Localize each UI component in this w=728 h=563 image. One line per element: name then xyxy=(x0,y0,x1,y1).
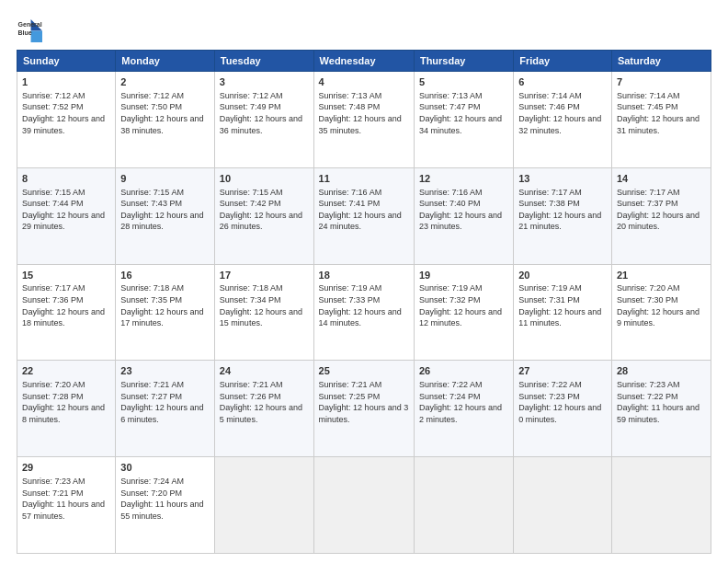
day-cell-content: Sunrise: 7:21 AM Sunset: 7:25 PM Dayligh… xyxy=(319,379,409,425)
logo: General Blue xyxy=(17,17,42,42)
table-row: 14Sunrise: 7:17 AM Sunset: 7:37 PM Dayli… xyxy=(611,167,711,264)
day-number: 7 xyxy=(617,75,706,89)
calendar-week-row: 15Sunrise: 7:17 AM Sunset: 7:36 PM Dayli… xyxy=(17,264,711,361)
day-number: 22 xyxy=(22,364,110,378)
day-number: 23 xyxy=(120,364,210,378)
day-number: 20 xyxy=(518,269,607,282)
calendar-week-row: 8Sunrise: 7:15 AM Sunset: 7:44 PM Daylig… xyxy=(17,167,711,264)
calendar-week-row: 22Sunrise: 7:20 AM Sunset: 7:28 PM Dayli… xyxy=(17,361,711,457)
calendar-week-row: 29Sunrise: 7:23 AM Sunset: 7:21 PM Dayli… xyxy=(17,457,711,554)
table-row: 2Sunrise: 7:12 AM Sunset: 7:50 PM Daylig… xyxy=(116,72,215,168)
day-cell-content: Sunrise: 7:20 AM Sunset: 7:28 PM Dayligh… xyxy=(22,379,110,425)
svg-marker-2 xyxy=(31,31,42,42)
table-row: 22Sunrise: 7:20 AM Sunset: 7:28 PM Dayli… xyxy=(17,361,116,457)
table-row: 30Sunrise: 7:24 AM Sunset: 7:20 PM Dayli… xyxy=(116,457,215,554)
table-row: 24Sunrise: 7:21 AM Sunset: 7:26 PM Dayli… xyxy=(214,361,313,457)
calendar-week-row: 1Sunrise: 7:12 AM Sunset: 7:52 PM Daylig… xyxy=(17,72,711,168)
svg-text:Blue: Blue xyxy=(18,29,32,36)
day-number: 28 xyxy=(617,364,706,378)
table-row: 28Sunrise: 7:23 AM Sunset: 7:22 PM Dayli… xyxy=(611,361,711,457)
day-number: 12 xyxy=(419,172,508,186)
day-cell-content: Sunrise: 7:13 AM Sunset: 7:48 PM Dayligh… xyxy=(319,90,409,136)
day-cell-content: Sunrise: 7:24 AM Sunset: 7:20 PM Dayligh… xyxy=(120,476,210,522)
day-number: 16 xyxy=(120,269,210,282)
table-row: 9Sunrise: 7:15 AM Sunset: 7:43 PM Daylig… xyxy=(116,167,215,264)
logo-icon: General Blue xyxy=(17,17,42,42)
day-number: 24 xyxy=(220,364,309,378)
table-row: 8Sunrise: 7:15 AM Sunset: 7:44 PM Daylig… xyxy=(17,167,116,264)
day-cell-content: Sunrise: 7:21 AM Sunset: 7:26 PM Dayligh… xyxy=(220,379,309,425)
day-cell-content: Sunrise: 7:18 AM Sunset: 7:34 PM Dayligh… xyxy=(220,282,309,328)
day-number: 1 xyxy=(22,75,110,89)
table-row: 13Sunrise: 7:17 AM Sunset: 7:38 PM Dayli… xyxy=(514,167,612,264)
table-row: 15Sunrise: 7:17 AM Sunset: 7:36 PM Dayli… xyxy=(17,264,116,361)
table-row: 4Sunrise: 7:13 AM Sunset: 7:48 PM Daylig… xyxy=(313,72,414,168)
table-row: 10Sunrise: 7:15 AM Sunset: 7:42 PM Dayli… xyxy=(214,167,313,264)
day-cell-content: Sunrise: 7:23 AM Sunset: 7:22 PM Dayligh… xyxy=(617,379,706,425)
day-cell-content: Sunrise: 7:12 AM Sunset: 7:49 PM Dayligh… xyxy=(220,90,309,136)
table-row: 11Sunrise: 7:16 AM Sunset: 7:41 PM Dayli… xyxy=(313,167,414,264)
day-number: 29 xyxy=(22,461,110,475)
day-number: 15 xyxy=(22,269,110,282)
table-row: 27Sunrise: 7:22 AM Sunset: 7:23 PM Dayli… xyxy=(514,361,612,457)
day-cell-content: Sunrise: 7:18 AM Sunset: 7:35 PM Dayligh… xyxy=(120,282,210,328)
day-number: 25 xyxy=(319,364,409,378)
calendar-body: 1Sunrise: 7:12 AM Sunset: 7:52 PM Daylig… xyxy=(17,72,711,554)
day-number: 19 xyxy=(419,269,508,282)
calendar-day-header: Thursday xyxy=(414,51,513,72)
table-row: 29Sunrise: 7:23 AM Sunset: 7:21 PM Dayli… xyxy=(17,457,116,554)
day-cell-content: Sunrise: 7:22 AM Sunset: 7:24 PM Dayligh… xyxy=(419,379,508,425)
day-cell-content: Sunrise: 7:15 AM Sunset: 7:43 PM Dayligh… xyxy=(120,187,210,233)
table-row xyxy=(611,457,711,554)
svg-text:General: General xyxy=(18,21,42,28)
calendar-day-header: Monday xyxy=(116,51,215,72)
day-cell-content: Sunrise: 7:16 AM Sunset: 7:41 PM Dayligh… xyxy=(319,187,409,233)
day-cell-content: Sunrise: 7:17 AM Sunset: 7:37 PM Dayligh… xyxy=(617,187,706,233)
day-cell-content: Sunrise: 7:14 AM Sunset: 7:45 PM Dayligh… xyxy=(617,90,706,136)
day-cell-content: Sunrise: 7:14 AM Sunset: 7:46 PM Dayligh… xyxy=(518,90,607,136)
table-row: 20Sunrise: 7:19 AM Sunset: 7:31 PM Dayli… xyxy=(514,264,612,361)
calendar-day-header: Friday xyxy=(514,51,612,72)
table-row: 7Sunrise: 7:14 AM Sunset: 7:45 PM Daylig… xyxy=(611,72,711,168)
day-number: 9 xyxy=(120,172,210,186)
calendar-day-header: Sunday xyxy=(17,51,116,72)
table-row: 12Sunrise: 7:16 AM Sunset: 7:40 PM Dayli… xyxy=(414,167,513,264)
table-row: 21Sunrise: 7:20 AM Sunset: 7:30 PM Dayli… xyxy=(611,264,711,361)
day-cell-content: Sunrise: 7:22 AM Sunset: 7:23 PM Dayligh… xyxy=(518,379,607,425)
day-cell-content: Sunrise: 7:12 AM Sunset: 7:50 PM Dayligh… xyxy=(120,90,210,136)
day-number: 27 xyxy=(518,364,607,378)
day-cell-content: Sunrise: 7:15 AM Sunset: 7:44 PM Dayligh… xyxy=(22,187,110,233)
table-row xyxy=(514,457,612,554)
table-row: 17Sunrise: 7:18 AM Sunset: 7:34 PM Dayli… xyxy=(214,264,313,361)
day-number: 6 xyxy=(518,75,607,89)
table-row: 19Sunrise: 7:19 AM Sunset: 7:32 PM Dayli… xyxy=(414,264,513,361)
day-number: 4 xyxy=(319,75,409,89)
calendar-table: SundayMondayTuesdayWednesdayThursdayFrid… xyxy=(17,50,711,554)
day-number: 11 xyxy=(319,172,409,186)
page-header: General Blue xyxy=(17,17,711,42)
day-number: 14 xyxy=(617,172,706,186)
day-number: 3 xyxy=(220,75,309,89)
calendar-day-header: Saturday xyxy=(611,51,711,72)
day-number: 10 xyxy=(220,172,309,186)
day-cell-content: Sunrise: 7:19 AM Sunset: 7:31 PM Dayligh… xyxy=(518,282,607,328)
day-cell-content: Sunrise: 7:23 AM Sunset: 7:21 PM Dayligh… xyxy=(22,476,110,522)
day-cell-content: Sunrise: 7:16 AM Sunset: 7:40 PM Dayligh… xyxy=(419,187,508,233)
day-number: 8 xyxy=(22,172,110,186)
table-row: 18Sunrise: 7:19 AM Sunset: 7:33 PM Dayli… xyxy=(313,264,414,361)
day-cell-content: Sunrise: 7:17 AM Sunset: 7:38 PM Dayligh… xyxy=(518,187,607,233)
table-row xyxy=(313,457,414,554)
day-number: 2 xyxy=(120,75,210,89)
day-number: 18 xyxy=(319,269,409,282)
table-row: 25Sunrise: 7:21 AM Sunset: 7:25 PM Dayli… xyxy=(313,361,414,457)
day-number: 26 xyxy=(419,364,508,378)
day-number: 5 xyxy=(419,75,508,89)
table-row: 16Sunrise: 7:18 AM Sunset: 7:35 PM Dayli… xyxy=(116,264,215,361)
day-cell-content: Sunrise: 7:21 AM Sunset: 7:27 PM Dayligh… xyxy=(120,379,210,425)
day-cell-content: Sunrise: 7:17 AM Sunset: 7:36 PM Dayligh… xyxy=(22,282,110,328)
day-cell-content: Sunrise: 7:15 AM Sunset: 7:42 PM Dayligh… xyxy=(220,187,309,233)
calendar-day-header: Tuesday xyxy=(214,51,313,72)
calendar-day-header: Wednesday xyxy=(313,51,414,72)
day-cell-content: Sunrise: 7:20 AM Sunset: 7:30 PM Dayligh… xyxy=(617,282,706,328)
day-number: 17 xyxy=(220,269,309,282)
